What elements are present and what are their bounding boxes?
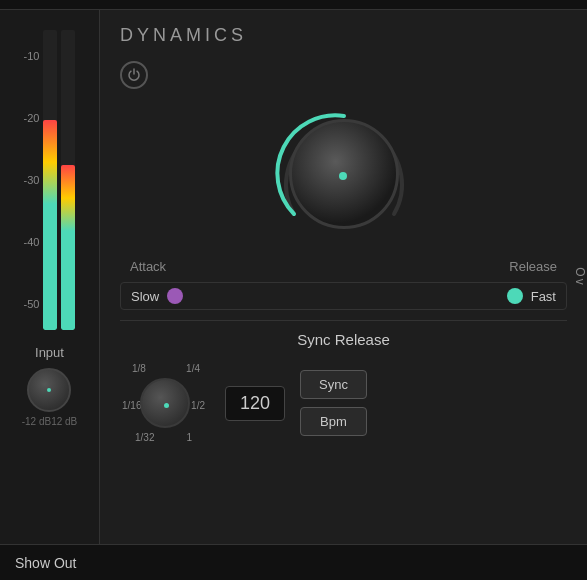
input-label: Input [22, 345, 78, 360]
bottom-bar: Show Out [0, 544, 587, 580]
meter-bar-left [43, 30, 57, 330]
power-icon [127, 68, 141, 82]
overflow-label: Ov [573, 267, 587, 286]
label-neg20: -20 [24, 113, 40, 124]
sync-knob[interactable] [140, 378, 190, 428]
attack-label: Attack [130, 259, 166, 274]
bpm-display: 120 [225, 386, 285, 421]
meter-bars [43, 30, 75, 330]
range-max-label: 12 dB [51, 416, 77, 427]
slow-label: Slow [131, 289, 159, 304]
fast-indicator [507, 288, 523, 304]
sync-release-label: Sync Release [120, 320, 567, 348]
meter-fill-right [61, 165, 75, 330]
slow-indicator [167, 288, 183, 304]
fast-label: Fast [531, 289, 556, 304]
top-bar [0, 0, 587, 10]
meter-section: -10 -20 -30 -40 -50 [24, 25, 76, 335]
release-label: Release [509, 259, 557, 274]
main-panel: DYNAMICS [100, 10, 587, 544]
sync-label-1-2: 1/2 [191, 400, 205, 411]
sync-label-1-8: 1/8 [132, 363, 146, 374]
bpm-button[interactable]: Bpm [300, 407, 367, 436]
attack-release-labels: Attack Release [120, 259, 567, 274]
sync-label-1-4: 1/4 [186, 363, 200, 374]
main-knob-area [120, 99, 567, 249]
label-neg50: -50 [24, 299, 40, 310]
meter-fill-left [43, 120, 57, 330]
show-out-label: Show Out [15, 555, 76, 571]
sync-label-1-16: 1/16 [122, 400, 141, 411]
main-knob-wrapper [269, 99, 419, 249]
section-title: DYNAMICS [120, 25, 567, 46]
left-panel: -10 -20 -30 -40 -50 Input [0, 10, 100, 544]
power-button[interactable] [120, 61, 148, 89]
sync-label-1: 1 [186, 432, 192, 443]
sync-area: 1/8 1/4 1/16 1/2 1/32 1 120 Sync [120, 358, 567, 448]
label-neg10: -10 [24, 51, 40, 62]
input-range-labels: -12 dB 12 dB [22, 416, 78, 427]
sync-buttons: Sync Bpm [300, 370, 367, 436]
label-neg40: -40 [24, 237, 40, 248]
sync-knob-container: 1/8 1/4 1/16 1/2 1/32 1 [120, 358, 210, 448]
sync-button[interactable]: Sync [300, 370, 367, 399]
sync-knob-dot [164, 403, 169, 408]
sync-label-1-32: 1/32 [135, 432, 154, 443]
toggle-row: Slow Fast [120, 282, 567, 310]
content-area: -10 -20 -30 -40 -50 Input [0, 10, 587, 544]
main-container: -10 -20 -30 -40 -50 Input [0, 0, 587, 580]
main-knob[interactable] [289, 119, 399, 229]
input-knob-container [22, 368, 78, 412]
range-min-label: -12 dB [22, 416, 51, 427]
scale-labels: -10 -20 -30 -40 -50 [24, 25, 40, 335]
input-section: Input -12 dB 12 dB [22, 345, 78, 427]
meter-bar-right [61, 30, 75, 330]
slow-toggle[interactable]: Slow [131, 288, 183, 304]
label-neg30: -30 [24, 175, 40, 186]
input-knob[interactable] [27, 368, 71, 412]
fast-toggle[interactable]: Fast [507, 288, 556, 304]
main-knob-dot [339, 172, 347, 180]
